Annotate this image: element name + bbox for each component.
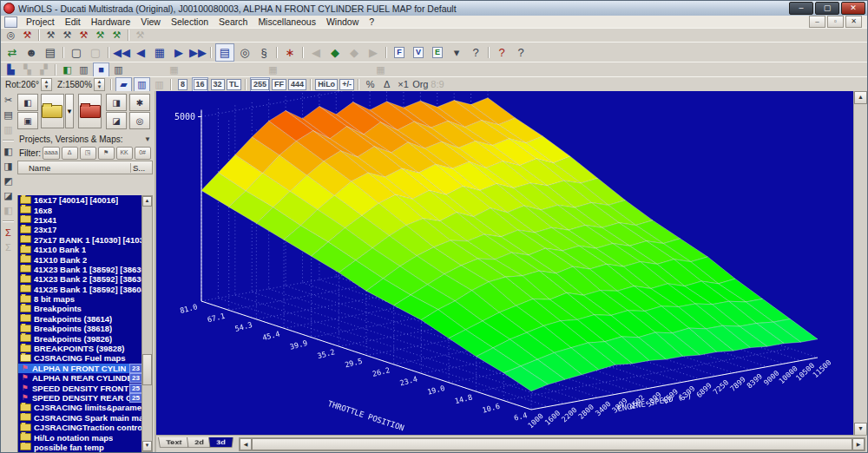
- filter-kk-button[interactable]: KK: [116, 147, 133, 160]
- tab-3d[interactable]: 3d: [208, 437, 233, 448]
- list-item[interactable]: 23x17: [18, 225, 143, 234]
- poly-view-button[interactable]: ▰: [115, 77, 132, 92]
- bits-tl-button[interactable]: TL: [227, 78, 241, 91]
- win-cascade-button[interactable]: ▦: [266, 63, 280, 76]
- list-item[interactable]: ⚑SPEED DENSITY FRONT CY25: [18, 383, 143, 392]
- annotate-version-button[interactable]: ◪: [1, 189, 16, 202]
- view-scroll-up-icon[interactable]: ▲: [854, 91, 867, 104]
- tree-scrollbar[interactable]: ▲ ▼: [141, 195, 153, 452]
- win-tile-button[interactable]: ▦: [167, 63, 181, 76]
- filter-text-button[interactable]: aaaa: [43, 147, 60, 160]
- paste-button[interactable]: ▥: [1, 123, 16, 136]
- projects-versions-maps-selector[interactable]: Projects, Versions & Maps: ▼: [16, 133, 155, 146]
- original-button[interactable]: Org: [412, 78, 428, 91]
- version-disabled-button[interactable]: ◧: [1, 204, 16, 217]
- scroll-down-icon[interactable]: ▼: [142, 441, 152, 451]
- list-item[interactable]: CJSRACING Fuel maps: [18, 353, 143, 363]
- scroll-up-icon[interactable]: ▲: [142, 196, 152, 207]
- sign-button[interactable]: +/-: [339, 78, 354, 91]
- list-item[interactable]: 21x41: [18, 215, 143, 225]
- factor-button[interactable]: ×1: [396, 78, 411, 91]
- hilo-button[interactable]: HiLo: [315, 78, 338, 91]
- forward-button[interactable]: ▶: [365, 44, 382, 61]
- zoom-spinner[interactable]: ▲▼: [94, 78, 105, 91]
- view-dropdown-button[interactable]: ▾: [448, 44, 465, 61]
- duplicate-version-button[interactable]: ◩: [1, 174, 16, 187]
- axis-mode-button[interactable]: ▥: [76, 63, 91, 76]
- checksum-ok-button[interactable]: Σ: [1, 226, 16, 239]
- list-item[interactable]: Breakpoints: [18, 304, 143, 313]
- filter-flag-button[interactable]: ⚑: [98, 147, 115, 160]
- list-item[interactable]: Breakpoints (38614): [18, 314, 143, 324]
- map-grid-button[interactable]: ▦: [151, 44, 168, 61]
- menu-project[interactable]: Project: [21, 16, 60, 27]
- menu-selection[interactable]: Selection: [166, 16, 214, 27]
- list-item[interactable]: 41X23 Bank 2 [38592] [38630: [18, 274, 143, 284]
- open-project-dropdown[interactable]: ▼: [65, 94, 75, 128]
- tree-column-header[interactable]: Name S...: [17, 161, 153, 174]
- wizard-button[interactable]: ✱: [129, 94, 150, 111]
- window-disabled-button[interactable]: ▢: [87, 44, 104, 61]
- close-button[interactable]: ✕: [841, 2, 865, 15]
- list-item[interactable]: 16x17 [40014] [40016]: [18, 195, 143, 205]
- hammer-add-button[interactable]: ⚒: [43, 29, 58, 42]
- child-close-button[interactable]: ✕: [845, 16, 862, 28]
- menu-window[interactable]: Window: [321, 16, 364, 27]
- list-item[interactable]: BREAKPOINTS (39828): [18, 344, 143, 353]
- list-item[interactable]: 8 bit maps: [18, 294, 143, 304]
- tab-text[interactable]: Text: [158, 437, 190, 448]
- list-item[interactable]: CJSRACINGTraction control [3: [18, 423, 143, 432]
- child-restore-button[interactable]: ▫: [827, 16, 844, 28]
- list-item[interactable]: Breakpoints (38618): [18, 324, 143, 333]
- menu-search[interactable]: Search: [214, 16, 253, 27]
- filter-area-button[interactable]: ◳: [80, 147, 96, 160]
- search-maps-button[interactable]: ◎: [129, 112, 150, 129]
- hammer-tool-button[interactable]: ⚒: [20, 29, 35, 42]
- new-project-button[interactable]: ◧: [17, 94, 38, 111]
- list-item[interactable]: 41x10 Bank 1: [18, 245, 143, 254]
- next-map-button[interactable]: ▶: [170, 44, 187, 61]
- new-version-button[interactable]: ◧: [1, 145, 16, 158]
- hex-ff-button[interactable]: FF: [272, 78, 286, 91]
- last-map-button[interactable]: ▶▶: [189, 44, 207, 61]
- filter-off-button[interactable]: 0#: [135, 147, 151, 160]
- bin-444-button[interactable]: 444: [288, 78, 306, 91]
- help-button[interactable]: ?: [467, 44, 484, 61]
- window-new-button[interactable]: ▢: [68, 44, 85, 61]
- rotation-spinner[interactable]: ▲▼: [41, 78, 52, 91]
- preview-button[interactable]: ◎: [236, 44, 253, 61]
- import-file-button[interactable]: [78, 94, 102, 128]
- list-item[interactable]: ⚑ALPHA N FRONT CYLIN23: [18, 364, 143, 373]
- hammer-redo-button[interactable]: ⚒: [109, 29, 124, 42]
- list-item[interactable]: 27x17 BANK 1 [41030] [41032: [18, 235, 143, 245]
- remove-version-button[interactable]: ◨: [1, 160, 16, 173]
- view-vertical-scrollbar[interactable]: ▲ ▼: [853, 91, 867, 436]
- scroll-right-icon[interactable]: ▶: [852, 438, 865, 450]
- overlay-button[interactable]: ◧: [60, 63, 75, 76]
- hscroll-thumb[interactable]: [252, 438, 852, 450]
- axis-width-button[interactable]: ▥: [111, 63, 126, 76]
- list-item[interactable]: Hi/Lo notation maps: [18, 432, 143, 442]
- list-item[interactable]: ⚑SPEED DENSITY REAR CYL25: [18, 393, 143, 403]
- bits-32-button[interactable]: 32: [210, 78, 225, 91]
- cut-button[interactable]: ✂: [1, 94, 16, 107]
- view-tool-button[interactable]: ◎: [3, 29, 18, 42]
- chart-disabled-button[interactable]: ▚: [20, 63, 35, 76]
- dec-255-button[interactable]: 255: [250, 77, 270, 92]
- import-export-button[interactable]: ⇄: [3, 44, 21, 61]
- grid-disabled-button[interactable]: ▥: [152, 78, 167, 91]
- column-size[interactable]: S...: [130, 163, 152, 173]
- rotation-field[interactable]: Rot:206° ▲▼: [5, 78, 52, 91]
- folder-view-button[interactable]: F: [391, 44, 408, 61]
- version-view-button[interactable]: V: [410, 44, 427, 61]
- ratio-button[interactable]: 8:9: [430, 78, 444, 91]
- view-horizontal-scrollbar[interactable]: ◀ ▶: [239, 437, 865, 451]
- about-button[interactable]: ?: [493, 44, 510, 61]
- minimize-button[interactable]: –: [789, 2, 813, 15]
- menu-view[interactable]: View: [135, 16, 166, 27]
- percent-button[interactable]: %: [363, 78, 378, 91]
- properties-view-button[interactable]: ▤: [215, 43, 234, 62]
- list-item[interactable]: Breakpoints (39826): [18, 333, 143, 343]
- hammer-disabled-button[interactable]: ⚒: [133, 29, 148, 42]
- hammer-undo-button[interactable]: ⚒: [93, 29, 108, 42]
